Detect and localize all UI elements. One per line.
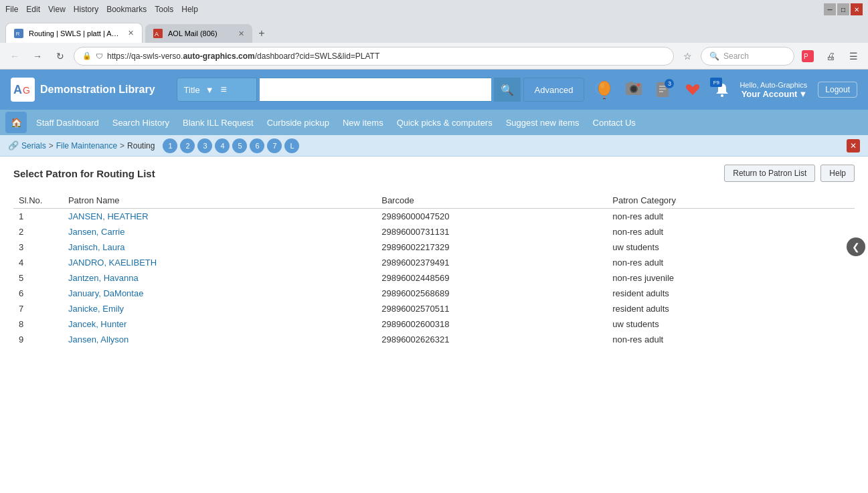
tab-close-2[interactable]: ✕ — [238, 29, 244, 38]
logout-button[interactable]: Logout — [818, 82, 857, 98]
svg-point-16 — [631, 86, 636, 92]
main-content: Select Patron for Routing List Return to… — [0, 157, 868, 491]
breadcrumb-serials[interactable]: Serials — [21, 141, 46, 151]
svg-point-23 — [721, 94, 723, 97]
advanced-search-button[interactable]: Advanced — [523, 78, 585, 102]
maximize-button[interactable]: □ — [837, 3, 849, 15]
search-type-select[interactable]: Title ▼ ≡ — [177, 78, 257, 102]
menu-file[interactable]: File — [5, 5, 18, 14]
search-input-area[interactable] — [260, 78, 491, 102]
back-button[interactable]: ← — [5, 47, 24, 66]
menu-help[interactable]: Help — [181, 5, 198, 14]
page-btn-1[interactable]: 1 — [163, 138, 177, 153]
home-nav-button[interactable]: 🏠 — [5, 112, 27, 133]
account-link[interactable]: Your Account ▼ — [742, 89, 808, 99]
menu-tools[interactable]: Tools — [155, 5, 173, 14]
cell-name-1[interactable]: Jansen, Carrie — [63, 224, 376, 239]
cell-name-4[interactable]: Jantzen, Havanna — [63, 270, 376, 286]
menu-edit[interactable]: Edit — [26, 5, 40, 14]
menu-bookmarks[interactable]: Bookmarks — [106, 5, 147, 14]
chevron-down-icon: ▼ — [205, 85, 214, 95]
cell-name-5[interactable]: January, DaMontae — [63, 286, 376, 301]
cell-name-7[interactable]: Jancek, Hunter — [63, 316, 376, 332]
return-to-patron-list-button[interactable]: Return to Patron List — [724, 165, 815, 182]
cell-name-0[interactable]: JANSEN, HEATHER — [63, 209, 376, 225]
patron-link-0[interactable]: JANSEN, HEATHER — [68, 211, 149, 221]
minimize-button[interactable]: ─ — [824, 3, 836, 15]
side-scroll-button[interactable]: ❮ — [847, 237, 865, 256]
breadcrumb-close-button[interactable]: ✕ — [847, 139, 860, 153]
browser-menu: File Edit View History Bookmarks Tools H… — [5, 5, 198, 14]
page-btn-3[interactable]: 3 — [197, 138, 212, 153]
new-tab-button[interactable]: + — [252, 24, 271, 43]
cell-name-2[interactable]: Janisch, Laura — [63, 239, 376, 255]
cell-slno-0: 1 — [13, 209, 63, 225]
cell-barcode-4: 29896002448569 — [376, 270, 607, 286]
patron-link-8[interactable]: Jansen, Allyson — [68, 334, 128, 344]
table-row: 9 Jansen, Allyson 29896002626321 non-res… — [13, 332, 855, 347]
search-input[interactable] — [260, 85, 491, 95]
cell-name-3[interactable]: JANDRO, KAELIBETH — [63, 255, 376, 270]
cell-name-6[interactable]: Janicke, Emily — [63, 301, 376, 316]
nav-staff-dashboard[interactable]: Staff Dashboard — [29, 114, 106, 132]
patron-link-1[interactable]: Jansen, Carrie — [68, 227, 125, 237]
favorites-icon-button[interactable] — [681, 78, 705, 102]
cell-category-0: non-res adult — [607, 209, 855, 225]
breadcrumb-routing: Routing — [127, 141, 155, 151]
page-title: Select Patron for Routing List — [13, 168, 155, 179]
page-btn-5[interactable]: 5 — [232, 138, 247, 153]
nav-quick-picks[interactable]: Quick picks & computers — [390, 114, 499, 132]
pocket-icon[interactable]: P — [798, 47, 817, 66]
table-header-row: Sl.No. Patron Name Barcode Patron Catego… — [13, 193, 855, 209]
patron-link-2[interactable]: Janisch, Laura — [68, 242, 125, 252]
cell-barcode-0: 29896000047520 — [376, 209, 607, 225]
page-btn-L[interactable]: L — [284, 138, 299, 153]
help-button[interactable]: Help — [820, 165, 855, 182]
tab-close-1[interactable]: ✕ — [128, 29, 134, 37]
nav-curbside[interactable]: Curbside pickup — [260, 114, 336, 132]
patron-link-6[interactable]: Janicke, Emily — [68, 304, 124, 314]
kiosk-icon-button[interactable] — [622, 78, 646, 102]
tab-active[interactable]: R Routing | SWLS | platt | Auto-Gr... ✕ — [5, 23, 143, 43]
svg-rect-17 — [630, 82, 633, 84]
print-icon[interactable]: 🖨 — [821, 47, 840, 66]
page-btn-7[interactable]: 7 — [267, 138, 282, 153]
svg-text:A: A — [155, 31, 159, 37]
cell-category-1: non-res adult — [607, 224, 855, 239]
cell-barcode-3: 29896002379491 — [376, 255, 607, 270]
patron-link-3[interactable]: JANDRO, KAELIBETH — [68, 258, 157, 268]
table-row: 1 JANSEN, HEATHER 29896000047520 non-res… — [13, 209, 855, 225]
cell-name-8[interactable]: Jansen, Allyson — [63, 332, 376, 347]
nav-suggest-new[interactable]: Suggest new items — [499, 114, 586, 132]
patron-link-4[interactable]: Jantzen, Havanna — [68, 273, 139, 283]
menu-view[interactable]: View — [48, 5, 66, 14]
menu-icon[interactable]: ☰ — [844, 47, 863, 66]
browser-search-bar[interactable]: 🔍 Search — [701, 47, 794, 66]
bookmark-star-icon[interactable]: ☆ — [678, 47, 697, 66]
nav-new-items[interactable]: New items — [336, 114, 390, 132]
address-bar: ← → ↻ 🔒 🛡 https://qa-swls-verso.auto-gra… — [0, 43, 868, 70]
patron-link-5[interactable]: January, DaMontae — [68, 288, 144, 298]
page-btn-4[interactable]: 4 — [215, 138, 230, 153]
col-header-name: Patron Name — [63, 193, 376, 209]
reload-button[interactable]: ↻ — [51, 47, 70, 66]
notes-icon-button[interactable]: 3 — [651, 78, 675, 102]
url-bar[interactable]: 🔒 🛡 https://qa-swls-verso.auto-graphics.… — [74, 47, 674, 66]
nav-search-history[interactable]: Search History — [106, 114, 176, 132]
page-btn-6[interactable]: 6 — [250, 138, 264, 153]
patron-link-7[interactable]: Jancek, Hunter — [68, 319, 126, 329]
nav-contact-us[interactable]: Contact Us — [586, 114, 642, 132]
breadcrumb-pages: 1 2 3 4 5 6 7 L — [163, 138, 299, 153]
breadcrumb-file-maintenance[interactable]: File Maintenance — [56, 141, 117, 151]
forward-button[interactable]: → — [28, 47, 47, 66]
page-btn-2[interactable]: 2 — [180, 138, 195, 153]
account-area[interactable]: Hello, Auto-Graphics Your Account ▼ — [740, 81, 807, 99]
search-button[interactable]: 🔍 — [494, 78, 521, 102]
tab-inactive-2[interactable]: A AOL Mail (806) ✕ — [145, 24, 252, 43]
nav-blank-ill[interactable]: Blank ILL Request — [176, 114, 260, 132]
menu-history[interactable]: History — [74, 5, 98, 14]
balloon-icon-button[interactable] — [592, 78, 616, 102]
notifications-icon-button[interactable]: F9 — [710, 78, 734, 102]
close-button[interactable]: ✕ — [851, 3, 863, 15]
breadcrumb-icon: 🔗 — [8, 140, 19, 151]
